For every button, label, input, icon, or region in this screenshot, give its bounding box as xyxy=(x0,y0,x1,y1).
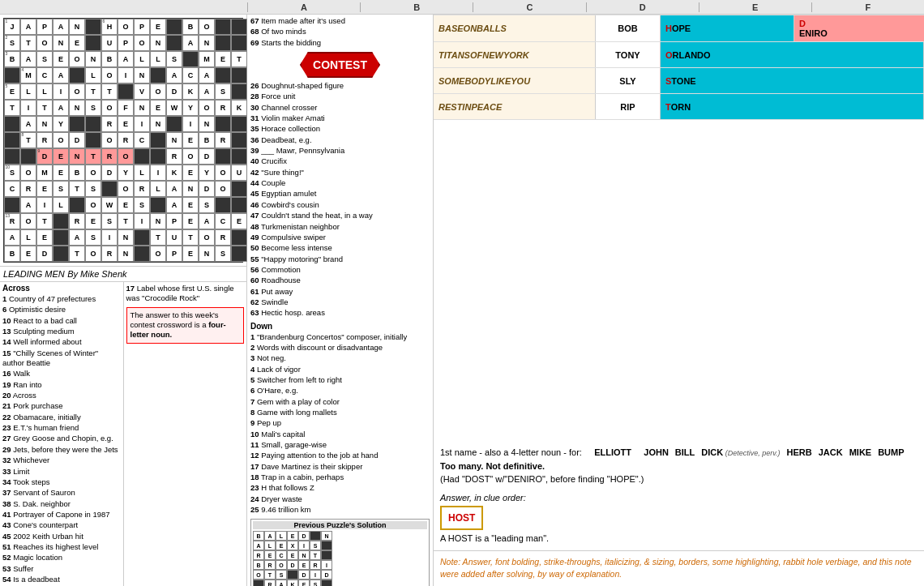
cell-r8-c9: C xyxy=(134,132,150,148)
across-clue-item: 22 Obamacare, initially xyxy=(2,413,121,422)
cell-r14-c4 xyxy=(53,229,69,246)
cell-r6-c5: N xyxy=(69,100,85,116)
cell-r11-c12: N xyxy=(182,181,199,197)
cell-r12-c9: S xyxy=(134,197,150,213)
cell-r4-c7: O xyxy=(101,67,118,83)
answer-long: TORN xyxy=(661,94,924,119)
answer-row: BASE ON BALLSBOBHOPEDENIRO xyxy=(434,15,924,42)
column-headers: A B C D E F xyxy=(247,2,924,12)
cell-r10-c11: K xyxy=(166,165,182,181)
mini-cell: N xyxy=(298,550,310,560)
cell-r2-c14 xyxy=(215,35,231,51)
cell-r1-c1: 1J xyxy=(4,19,20,35)
name-item: DICK (Detective, perv.) xyxy=(701,446,780,460)
center-across-extra-clue: 62 Swindle xyxy=(250,297,430,307)
mini-cell: L xyxy=(276,531,287,541)
across-clue-item: 54 Is a deadbeat xyxy=(2,575,121,584)
cell-r8-c7: O xyxy=(101,132,118,148)
center-across-extra-clue: 49 Compulsive swiper xyxy=(250,233,430,242)
cell-r15-c6: O xyxy=(85,246,101,262)
cell-r9-c1 xyxy=(4,148,20,165)
prev-puzzle-title: Previous Puzzle's Solution xyxy=(253,521,427,529)
cell-r1-c8: O xyxy=(118,19,134,35)
cell-r12-c13: S xyxy=(199,197,215,213)
cell-r5-c3: L xyxy=(36,83,53,100)
contest-badge: CONTEST xyxy=(300,52,380,78)
cell-r10-c13: Y xyxy=(199,165,215,181)
info-line1: 1st name - also a 4-letter noun - for: xyxy=(440,447,582,457)
across-clue-item: 27 Grey Goose and Chopin, e.g. xyxy=(2,434,121,443)
cell-r7-c5 xyxy=(69,116,85,132)
cell-r9-c14 xyxy=(215,148,231,165)
cell-r13-c2: O xyxy=(20,213,36,229)
cell-r14-c9 xyxy=(134,229,150,246)
cell-r11-c7 xyxy=(101,181,118,197)
cell-r1-c4: A xyxy=(53,19,69,35)
across-clue-item: 29 Jets, before they were the Jets xyxy=(2,445,121,455)
across-clue-item: 16 Walk xyxy=(2,369,121,379)
cell-r5-c6: T xyxy=(85,83,101,100)
across-clue-item: 45 2002 Keith Urban hit xyxy=(2,532,121,541)
cell-r12-c5 xyxy=(69,197,85,213)
cell-r3-c14: E xyxy=(215,51,231,67)
name-item: BILL xyxy=(675,446,695,460)
cell-r4-c15 xyxy=(231,67,247,83)
cell-r4-c14 xyxy=(215,67,231,83)
center-across-extra-clue: 60 Roadhouse xyxy=(250,276,430,285)
cell-r2-c9: O xyxy=(134,35,150,51)
down-clue-item: 2 Words with discount or disadvantage xyxy=(250,343,430,353)
mini-cell: I xyxy=(310,570,321,580)
col-f: F xyxy=(811,2,924,12)
cell-r1-c12: B xyxy=(182,19,199,35)
center-across-extra-clue: 44 Couple xyxy=(250,178,430,188)
cell-r15-c3: D xyxy=(36,246,53,262)
answer-desc: A HOST is a "leading man". xyxy=(440,532,549,545)
mini-cell: R xyxy=(253,550,264,560)
cell-r8-c10 xyxy=(150,132,166,148)
cell-r12-c1 xyxy=(4,197,20,213)
cell-r7-c14 xyxy=(215,116,231,132)
mini-cell: K xyxy=(287,580,298,586)
cell-r8-c3: R xyxy=(36,132,53,148)
cell-r1-c13: O xyxy=(199,19,215,35)
cell-r9-c12: O xyxy=(182,148,199,165)
cell-r12-c7: W xyxy=(101,197,118,213)
cell-r9-c4: E xyxy=(53,148,69,165)
cell-r6-c3: T xyxy=(36,100,53,116)
mini-cell: S xyxy=(310,580,321,586)
cell-r11-c5: T xyxy=(69,181,85,197)
mini-cell: T xyxy=(310,550,321,560)
cell-r9-c9 xyxy=(134,148,150,165)
mini-cell xyxy=(321,541,332,550)
cell-r9-c7: R xyxy=(101,148,118,165)
cell-r3-c6: N xyxy=(85,51,101,67)
mini-cell: E xyxy=(298,560,310,570)
down-clue-item: 1 "Brandenburg Concertos" composer, init… xyxy=(250,332,430,342)
cell-r13-c6: E xyxy=(85,213,101,229)
answer-row: SOMEBODY LIKE YOUSLYSTONE xyxy=(434,68,924,94)
center-across-extra-clue: 31 Violin maker Amati xyxy=(250,113,430,123)
mini-cell: R xyxy=(310,560,321,570)
cell-r10-c5: B xyxy=(69,165,85,181)
cell-r1-c3: P xyxy=(36,19,53,35)
across-clue-item: 20 Across xyxy=(2,391,121,400)
answer-short: TONY xyxy=(596,42,661,67)
down-clue-item: 11 Small, garage-wise xyxy=(250,440,430,450)
cell-r9-c3: 9D xyxy=(36,148,53,165)
across-clues-col2: 17 Label whose first U.S. single was "Cr… xyxy=(124,282,247,586)
mini-cell: A xyxy=(276,580,287,586)
cell-r6-c12: Y xyxy=(182,100,199,116)
cell-r15-c11: P xyxy=(166,246,182,262)
left-panel: 1JAPAN6HOPEBO2STONEUPONAN3BASEONBALLSMET… xyxy=(0,15,247,586)
cell-r14-c11: U xyxy=(166,229,182,246)
prev-puzzle-grid: BALEDNALEXISRECENTBRODERIOTSDIDRAKESRUNA… xyxy=(253,531,427,586)
cell-r10-c3: M xyxy=(36,165,53,181)
cell-r5-c4: I xyxy=(53,83,69,100)
info-names-left: ELLIOTT xyxy=(594,447,631,457)
center-across-extra-clue: 56 Commotion xyxy=(250,265,430,275)
right-panel: BASE ON BALLSBOBHOPEDENIROTITANS OF NEW … xyxy=(434,15,924,586)
crossword-grid: 1JAPAN6HOPEBO2STONEUPONAN3BASEONBALLSMET… xyxy=(3,18,243,263)
down-clue-item: 10 Mali's capital xyxy=(250,430,430,439)
answer-note-box: The answer to this week's contest crossw… xyxy=(126,307,245,344)
info-paren: (Had "DOST" w/"DENIRO", before finding "… xyxy=(440,473,918,486)
